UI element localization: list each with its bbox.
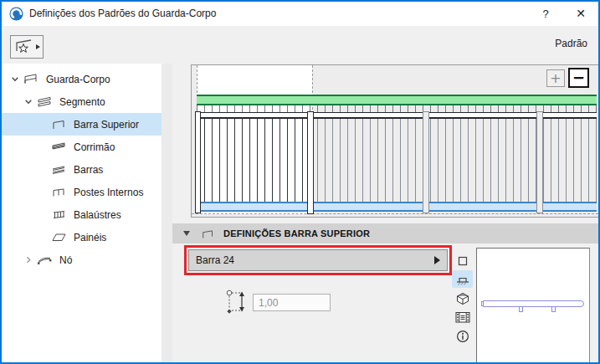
balusters-band-cell [197,119,312,202]
zoom-in-button[interactable]: + [546,69,565,87]
front-view-button[interactable] [452,270,473,288]
rail-profile-drawing [483,300,584,307]
archicad-logo-icon [9,7,23,21]
post[interactable] [307,111,314,214]
arrow-right-icon [434,256,440,264]
height-dimension-icon [224,288,248,315]
railing-preview[interactable]: + − [191,64,599,218]
plan-view-icon [457,255,469,267]
rail-connector [551,307,556,312]
profile-dropdown-button[interactable]: Barra 24 [188,249,448,271]
tree-item-postes-internos[interactable]: Postes Internos [2,181,162,203]
balusters-icon [51,209,68,220]
tree-item-corrimao[interactable]: Corrimão [2,136,162,158]
top-rail-icon [51,119,68,130]
help-button[interactable]: ? [530,2,562,26]
tree-item-barra-superior[interactable]: Barra Superior [2,113,162,136]
zoom-out-button[interactable]: − [568,68,589,88]
segment-icon [37,96,54,107]
tree-item-guarda-corpo[interactable]: Guarda-Corpo [2,68,162,90]
flyout-arrow-icon [36,44,40,49]
handrail-icon [51,141,68,152]
tree-item-label: Painéis [74,232,106,244]
tree-item-no[interactable]: Nó [2,249,162,271]
railing-pattern-settings-dialog: Definições dos Padrões do Guarda-Corpo ?… [0,0,600,364]
post[interactable] [423,111,429,213]
flythrough-button[interactable] [452,309,473,326]
3d-view-button[interactable] [452,290,473,307]
flythrough-icon [455,311,470,324]
section-header-barra-superior[interactable]: DEFINIÇÕES BARRA SUPERIOR [172,223,598,244]
tree-item-label: Barras [74,164,103,176]
baseline-dashed [192,213,598,214]
title-bar: Definições dos Padrões do Guarda-Corpo ?… [2,2,598,26]
close-button[interactable]: ✕ [565,2,597,26]
info-icon [456,330,469,343]
tree-item-label: Segmento [59,96,105,108]
tree-item-label: Barra Superior [74,119,139,131]
window-title: Definições dos Padrões do Guarda-Corpo [29,2,216,26]
settings-panel: + − DEFINIÇÕES BARRA SUPERIOR Barra 24 [172,64,598,362]
3d-view-icon [456,292,469,305]
favorites-button[interactable] [10,35,44,59]
tree-item-barras[interactable]: Barras [2,158,162,181]
scheme-label: Padrão [555,38,587,49]
tree-item-label: Balaústres [74,209,121,221]
height-value-field[interactable] [253,294,331,311]
tree-item-label: Nó [59,254,72,266]
front-view-icon [455,273,470,286]
top-rail-highlighted[interactable] [197,95,597,105]
post[interactable] [195,111,201,213]
favorites-star-icon [14,38,34,55]
tree-item-label: Guarda-Corpo [46,74,110,85]
info-button[interactable] [452,327,473,345]
tree-item-balaustres[interactable]: Balaústres [2,203,162,226]
section-title: DEFINIÇÕES BARRA SUPERIOR [223,228,370,238]
tree-item-segmento[interactable]: Segmento [2,90,162,113]
chevron-down-icon[interactable] [9,74,21,84]
pattern-tree: Guarda-Corpo Segmento Barra Superior Cor… [2,64,162,362]
tree-item-label: Corrimão [74,141,115,153]
node-icon [37,254,54,265]
dialog-toolbar: Padrão [2,26,598,64]
post[interactable] [536,111,543,213]
profile-name: Barra 24 [196,254,234,266]
tree-item-label: Postes Internos [74,187,143,198]
chevron-down-icon[interactable] [23,97,34,106]
railing-icon [23,74,40,85]
inner-posts-icon [51,187,68,197]
tree-item-paineis[interactable]: Painéis [2,226,162,249]
panels-icon [51,232,68,243]
panel-splitter[interactable] [162,64,172,362]
component-preview [476,248,590,363]
rail-connector [519,307,523,312]
chevron-right-icon[interactable] [23,255,34,264]
top-rail-icon [201,228,216,239]
collapse-arrow-icon[interactable] [183,231,190,236]
plan-view-button[interactable] [452,252,473,269]
rails-icon [51,164,68,175]
